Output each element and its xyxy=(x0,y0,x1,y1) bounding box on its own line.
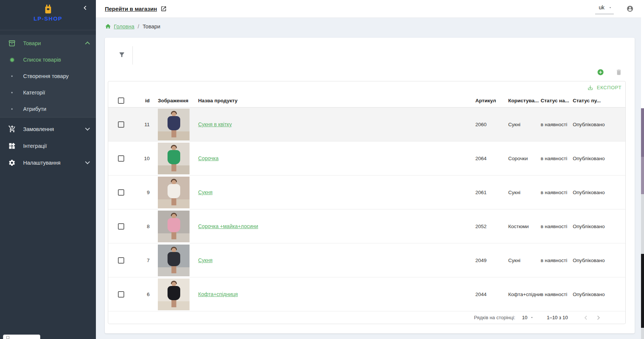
column-header-category: Користува... xyxy=(508,98,541,103)
product-article: 2060 xyxy=(475,122,508,127)
go-to-store-link[interactable]: Перейти в магазин xyxy=(105,6,167,12)
products-table: ЕКСПОРТ id Зображення Назва продукту Арт… xyxy=(108,81,626,324)
product-publish-status: Опубліковано xyxy=(573,156,625,161)
product-name-link[interactable]: Сукня в квітку xyxy=(198,121,232,127)
sidebar-item-products[interactable]: Товари xyxy=(0,35,96,52)
row-checkbox[interactable] xyxy=(118,257,124,264)
sidebar-item-label: Налаштування xyxy=(23,160,86,166)
product-name-link[interactable]: Кофта+спідниця xyxy=(198,291,238,297)
sidebar-subitem-label: Створення товару xyxy=(23,73,69,79)
sidebar-item-integrations[interactable]: Інтеграції xyxy=(0,137,96,154)
table-row[interactable]: 7 Сукня 2049 Сукні в наявності Опубліков… xyxy=(108,243,625,277)
sidebar-item-attributes[interactable]: Атрибути xyxy=(0,101,96,117)
column-header-image: Зображення xyxy=(150,98,190,103)
rows-per-page-label: Рядків на сторінці: xyxy=(474,315,515,320)
product-category: Костюми xyxy=(508,224,541,229)
product-thumbnail xyxy=(158,109,190,140)
chevron-down-icon xyxy=(85,126,90,131)
next-page-button[interactable] xyxy=(594,313,603,322)
product-category: Сорочки xyxy=(508,156,541,161)
table-row[interactable]: 11 Сукня в квітку 2060 Сукні в наявності… xyxy=(108,108,625,141)
bottom-left-widget[interactable] xyxy=(3,335,40,339)
logo-text: LP-SHOP xyxy=(0,15,96,22)
table-body: 11 Сукня в квітку 2060 Сукні в наявності… xyxy=(108,108,625,311)
product-name-link[interactable]: Сукня xyxy=(198,189,213,195)
product-name-link[interactable]: Сорочка +майка+лосини xyxy=(198,223,258,229)
sidebar-item-label: Товари xyxy=(23,40,86,46)
orders-cart-icon xyxy=(7,125,16,134)
sidebar-item-product-create[interactable]: Створення товару xyxy=(0,68,96,84)
delete-selected-button[interactable] xyxy=(615,69,622,76)
filter-funnel-icon xyxy=(118,51,125,58)
topbar: Перейти в магазин uk xyxy=(96,0,644,18)
column-header-id: id xyxy=(132,98,150,103)
product-thumbnail xyxy=(158,143,190,174)
account-avatar-icon[interactable] xyxy=(626,5,634,12)
chevron-right-icon xyxy=(594,314,603,322)
row-id: 11 xyxy=(132,122,150,127)
product-thumbnail xyxy=(158,279,190,310)
sidebar: LP-SHOP Товари xyxy=(0,0,96,339)
product-category: Сукні xyxy=(508,122,541,127)
row-checkbox[interactable] xyxy=(118,223,124,230)
row-id: 10 xyxy=(132,156,150,161)
sidebar-item-product-list[interactable]: Список товарів xyxy=(0,52,96,68)
admin-screen: LP-SHOP Товари xyxy=(0,0,644,339)
bullet-icon xyxy=(7,75,16,77)
add-product-button[interactable] xyxy=(597,69,604,76)
chevron-up-icon xyxy=(85,41,90,46)
language-select[interactable]: uk xyxy=(595,3,614,14)
external-link-icon xyxy=(160,6,167,12)
sidebar-item-label: Замовлення xyxy=(23,126,86,132)
select-all-checkbox[interactable] xyxy=(118,97,124,104)
add-circle-icon xyxy=(597,69,604,76)
download-icon xyxy=(587,85,593,91)
product-stock-status: в наявності xyxy=(541,122,573,127)
products-box-icon xyxy=(7,39,16,48)
breadcrumb-current: Товари xyxy=(143,24,160,29)
settings-gear-icon xyxy=(7,158,16,167)
product-name-link[interactable]: Сукня xyxy=(198,257,213,263)
filter-button[interactable] xyxy=(118,51,125,60)
sidebar-item-orders[interactable]: Замовлення xyxy=(0,121,96,137)
table-row[interactable]: 6 Кофта+спідниця 2044 Кофта+спідниці в н… xyxy=(108,277,625,311)
product-stock-status: в наявності xyxy=(541,292,573,297)
column-header-publish-status: Статус пу... xyxy=(573,98,625,103)
product-publish-status: Опубліковано xyxy=(573,122,625,127)
row-checkbox[interactable] xyxy=(118,121,124,128)
previous-page-button[interactable] xyxy=(581,313,590,322)
sidebar-collapse-button[interactable] xyxy=(79,2,91,13)
trash-icon xyxy=(615,69,622,76)
product-publish-status: Опубліковано xyxy=(573,258,625,263)
table-row[interactable]: 8 Сорочка +майка+лосини 2052 Костюми в н… xyxy=(108,209,625,243)
product-name-link[interactable]: Сорочка xyxy=(198,155,219,161)
language-value: uk xyxy=(599,4,604,10)
bullet-icon xyxy=(7,92,16,93)
table-row[interactable]: 9 Сукня 2061 Сукні в наявності Опубліков… xyxy=(108,175,625,209)
product-stock-status: в наявності xyxy=(541,190,573,195)
column-header-stock-status: Статус на... xyxy=(541,98,573,103)
product-article: 2049 xyxy=(475,258,508,263)
row-id: 7 xyxy=(132,258,150,263)
table-row[interactable]: 10 Сорочка 2064 Сорочки в наявності Опуб… xyxy=(108,141,625,175)
sidebar-item-settings[interactable]: Налаштування xyxy=(0,154,96,171)
sidebar-subitem-label: Список товарів xyxy=(23,57,61,63)
breadcrumb-home-link[interactable]: Головна xyxy=(105,23,134,29)
product-article: 2052 xyxy=(475,224,508,229)
product-article: 2064 xyxy=(475,156,508,161)
product-stock-status: в наявності xyxy=(541,224,573,229)
row-checkbox[interactable] xyxy=(118,155,124,162)
row-id: 6 xyxy=(132,292,150,297)
product-category: Сукні xyxy=(508,190,541,195)
table-actions xyxy=(597,69,622,76)
product-stock-status: в наявності xyxy=(541,258,573,263)
export-button[interactable]: ЕКСПОРТ xyxy=(587,85,622,91)
row-checkbox[interactable] xyxy=(118,291,124,298)
filter-divider xyxy=(132,46,133,65)
table-toolbar: ЕКСПОРТ xyxy=(108,81,625,94)
sidebar-item-categories[interactable]: Категорії xyxy=(0,84,96,101)
row-checkbox[interactable] xyxy=(118,189,124,196)
rows-per-page-select[interactable]: 10 xyxy=(522,315,534,320)
column-header-name: Назва продукту xyxy=(190,98,475,103)
chevron-left-icon xyxy=(81,4,89,12)
